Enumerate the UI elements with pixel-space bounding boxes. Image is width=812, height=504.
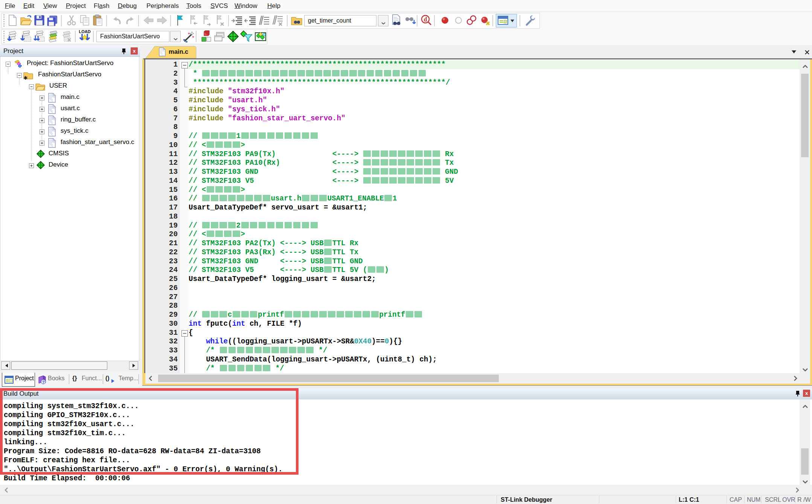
svg-text:?: ? xyxy=(42,380,45,384)
svg-text:LOAD: LOAD xyxy=(79,29,90,34)
svg-text:d: d xyxy=(424,16,427,23)
